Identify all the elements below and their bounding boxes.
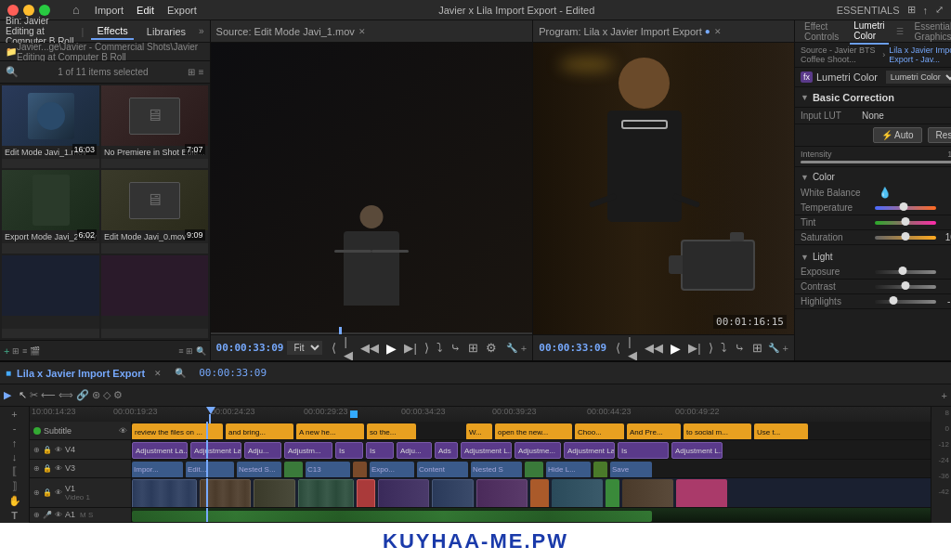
tint-slider[interactable] <box>875 221 936 225</box>
subtitle-clip[interactable]: Use t... <box>754 423 808 439</box>
saturation-thumb[interactable] <box>901 232 909 241</box>
share-icon[interactable]: ↑ <box>923 5 929 16</box>
adj-clip[interactable]: Is <box>335 442 363 458</box>
adj-clip[interactable]: Adjustment Layer <box>564 442 615 458</box>
step-back-btn[interactable]: |◀ <box>342 334 355 362</box>
fit-select[interactable]: Fit <box>287 341 322 355</box>
v3-clip-orange[interactable] <box>353 462 367 477</box>
prog-step-fwd[interactable]: ▶| <box>686 341 702 355</box>
fx-preset-select[interactable]: Lumetri Color <box>886 71 951 84</box>
tl-set-in[interactable]: ⟦ <box>12 465 17 477</box>
subtitle-clip[interactable]: Choo... <box>575 423 624 439</box>
menu-export[interactable]: Export <box>167 5 197 16</box>
tab-effects[interactable]: Effects <box>91 23 133 40</box>
wrench-icon[interactable]: 🔧 <box>506 343 517 353</box>
v1-clip[interactable] <box>476 479 528 507</box>
adj-clip[interactable]: Is <box>366 442 394 458</box>
adj-clip[interactable]: Adjustment L... <box>461 442 512 458</box>
tl-settings-icon[interactable]: ⚙ <box>113 389 123 401</box>
color-section-header[interactable]: ▼ Color <box>795 169 951 185</box>
settings-btn[interactable]: ⚙ <box>484 341 499 355</box>
v1-clip-red[interactable] <box>357 479 375 507</box>
minimize-button[interactable] <box>23 5 34 16</box>
media-item[interactable]: 16:03 Edit Mode Javi_1.mov <box>2 85 99 168</box>
reset-button[interactable]: Reset <box>928 127 951 143</box>
v1-clip-pink[interactable] <box>676 479 727 507</box>
prog-mark-out[interactable]: ⟩ <box>707 341 715 355</box>
exposure-thumb[interactable] <box>898 267 906 275</box>
subtitle-clip[interactable]: and bring... <box>226 423 293 439</box>
view-icon[interactable]: ⊞ <box>188 67 195 77</box>
v1-clip-orange[interactable] <box>530 479 549 507</box>
mark-out-btn[interactable]: ⟩ <box>423 341 431 355</box>
intensity-slider[interactable] <box>801 161 951 163</box>
tl-zoom-in[interactable]: + <box>11 409 17 420</box>
v3-clip-g3[interactable] <box>593 462 607 477</box>
tl-arrow-down[interactable]: ↓ <box>12 451 18 462</box>
insert-btn[interactable]: ⤵ <box>435 341 445 355</box>
subtitle-clip[interactable]: W... <box>466 423 492 439</box>
prog-plus[interactable]: + <box>783 343 788 354</box>
media-item[interactable] <box>101 255 208 338</box>
tint-thumb[interactable] <box>901 217 909 226</box>
menu-edit[interactable]: Edit <box>137 5 154 16</box>
subtitle-clip[interactable]: A new he... <box>296 423 364 439</box>
exposure-slider[interactable] <box>875 270 936 274</box>
v4-lock-icon[interactable]: 🔒 <box>43 446 52 454</box>
tab-essential-graphics[interactable]: Essential Graphics <box>911 20 951 44</box>
contrast-thumb[interactable] <box>901 281 909 290</box>
adj-clip[interactable]: Is <box>618 442 669 458</box>
home-icon[interactable]: ⌂ <box>72 3 80 17</box>
overwrite-btn[interactable]: ⤷ <box>449 341 462 355</box>
media-item[interactable] <box>2 255 99 338</box>
bin-view-icons[interactable]: ⊞ ≡ 🎬 <box>12 346 39 356</box>
v1-clip[interactable] <box>378 479 429 507</box>
subtitle-clip[interactable]: to social m... <box>684 423 751 439</box>
audio-mic-icon[interactable]: 🎤 <box>43 511 52 519</box>
highlights-thumb[interactable] <box>889 296 897 305</box>
tl-search-icon[interactable]: 🔍 <box>175 368 186 378</box>
adj-clip[interactable]: Adjustm... <box>284 442 332 458</box>
v3-clip[interactable]: Nested S... <box>237 462 281 477</box>
media-item[interactable]: 6:02 Export Mode Javi_2.mov <box>2 170 99 253</box>
v1-clip[interactable] <box>432 479 474 507</box>
highlights-slider[interactable] <box>875 300 936 304</box>
saturation-slider[interactable] <box>875 236 936 240</box>
mark-in-btn[interactable]: ⟨ <box>330 341 338 355</box>
play-back-btn[interactable]: ◀◀ <box>358 341 381 355</box>
media-item[interactable]: 🖥 7:07 No Premiere in Shot Editi... <box>101 85 208 168</box>
v3-clip[interactable]: Content <box>417 462 468 477</box>
eyedropper-icon[interactable]: 💧 <box>879 187 892 199</box>
timeline-ruler[interactable]: 10:00:14:23 00:00:19:23 00:00:24:23 00:0… <box>30 407 931 422</box>
light-section-header[interactable]: ▼ Light <box>795 249 951 265</box>
prog-shuttle-back[interactable]: ◀◀ <box>643 341 665 355</box>
close-button[interactable] <box>7 5 19 16</box>
tab-lumetri-color[interactable]: Lumetri Color <box>850 19 888 45</box>
timeline-close[interactable]: ✕ <box>154 369 162 378</box>
fullscreen-button[interactable] <box>39 5 50 16</box>
lumetri-source-link[interactable]: Lila x Javier Import Export - Jav... <box>889 46 951 64</box>
export-btn[interactable]: ⊞ <box>466 341 480 355</box>
menu-import[interactable]: Import <box>95 5 124 16</box>
media-item[interactable]: 🖥 9:09 Edit Mode Javi_0.mov <box>101 170 208 253</box>
adj-clip[interactable]: Adjustment La... <box>132 442 188 458</box>
temperature-thumb[interactable] <box>899 202 907 211</box>
v1-lock-icon[interactable]: 🔒 <box>43 488 52 497</box>
v1-clip[interactable] <box>552 479 603 507</box>
adj-clip[interactable]: Adjustment L... <box>671 442 723 458</box>
step-fwd-btn[interactable]: ▶| <box>402 341 418 355</box>
v3-clip[interactable]: Save <box>610 462 652 477</box>
v3-clip[interactable]: Nested S <box>471 462 522 477</box>
program-monitor-close[interactable]: ✕ <box>714 27 722 36</box>
tab-effect-controls[interactable]: Effect Controls <box>801 20 842 44</box>
v3-clip[interactable]: Edit... <box>186 462 234 477</box>
source-monitor-close[interactable]: ✕ <box>358 27 366 36</box>
temperature-slider[interactable] <box>875 206 936 210</box>
adj-clip[interactable]: Adjustme... <box>515 442 561 458</box>
tl-link-icon[interactable]: 🔗 <box>76 389 89 401</box>
tl-text-tool[interactable]: T <box>11 510 18 521</box>
v1-clip-green[interactable] <box>606 479 619 507</box>
v3-eye-icon[interactable]: 👁 <box>55 464 62 473</box>
tl-hand-tool[interactable]: ✋ <box>8 495 21 507</box>
play-btn[interactable]: ▶ <box>384 341 398 356</box>
